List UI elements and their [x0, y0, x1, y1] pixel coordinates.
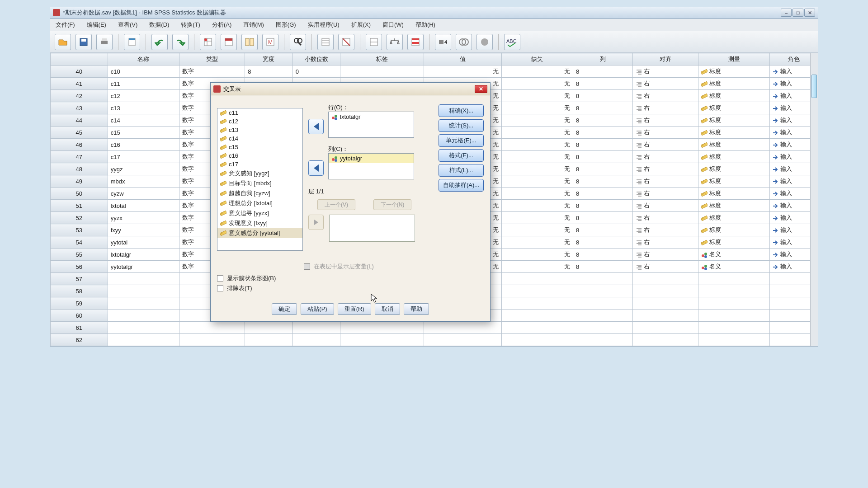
cell-align[interactable]: 右 — [632, 175, 698, 188]
cell-align[interactable]: 右 — [632, 66, 698, 78]
cell-align[interactable]: 右 — [632, 163, 698, 175]
cell-columns[interactable]: 8 — [573, 139, 632, 151]
cell-columns[interactable]: 8 — [573, 151, 632, 163]
cell-columns[interactable]: 8 — [573, 102, 632, 114]
print-icon[interactable] — [96, 34, 113, 50]
style-button[interactable]: 样式(L)... — [439, 164, 484, 177]
row-header[interactable]: 60 — [51, 310, 108, 322]
redo-icon[interactable] — [172, 34, 189, 50]
cell-align[interactable]: 右 — [632, 249, 698, 261]
cell-columns[interactable]: 8 — [573, 78, 632, 90]
source-var-item[interactable]: 理想总分 [lxtotal] — [217, 198, 302, 208]
cell-empty[interactable] — [424, 334, 502, 346]
col-columns[interactable]: 列 — [573, 53, 632, 66]
cell-columns[interactable]: 8 — [573, 163, 632, 175]
dialog-close-button[interactable]: ✕ — [475, 85, 487, 93]
cells-button[interactable]: 单元格(E)... — [439, 134, 484, 147]
cell-missing[interactable]: 无 — [501, 175, 573, 188]
menu-data[interactable]: 数据(D) — [147, 20, 171, 30]
cell-name[interactable]: c16 — [108, 139, 179, 151]
cell-columns[interactable]: 8 — [573, 236, 632, 249]
cell-measure[interactable]: 标度 — [698, 102, 770, 114]
row-header[interactable]: 44 — [51, 114, 108, 127]
col-type[interactable]: 类型 — [179, 53, 245, 66]
cell-measure[interactable]: 名义 — [698, 261, 770, 273]
row-header[interactable]: 51 — [51, 200, 108, 212]
insert-cases-icon[interactable] — [317, 34, 334, 50]
cell-empty[interactable] — [573, 297, 632, 310]
cell-missing[interactable]: 无 — [501, 224, 573, 236]
split-file-icon[interactable] — [366, 34, 382, 50]
source-var-item[interactable]: c14 — [217, 134, 302, 143]
row-header[interactable]: 45 — [51, 127, 108, 139]
cell-empty[interactable] — [698, 273, 770, 285]
vertical-scrollbar[interactable] — [810, 53, 818, 346]
cell-empty[interactable] — [632, 297, 698, 310]
cell-columns[interactable]: 8 — [573, 249, 632, 261]
cell-name[interactable] — [108, 322, 179, 334]
move-to-columns-button[interactable] — [308, 160, 324, 176]
menu-extensions[interactable]: 扩展(X) — [349, 20, 373, 30]
reset-button[interactable]: 重置(R) — [338, 303, 371, 315]
source-var-item[interactable]: 意义感知 [yygz] — [217, 169, 302, 178]
cell-empty[interactable] — [340, 322, 424, 334]
col-align[interactable]: 对齐 — [632, 53, 698, 66]
row-header[interactable]: 61 — [51, 322, 108, 334]
cell-empty[interactable] — [179, 334, 245, 346]
cell-measure[interactable]: 名义 — [698, 249, 770, 261]
cell-missing[interactable]: 无 — [501, 261, 573, 273]
cell-measure[interactable]: 标度 — [698, 114, 770, 127]
cell-measure[interactable]: 标度 — [698, 175, 770, 188]
format-button[interactable]: 格式(F)... — [439, 149, 484, 162]
cell-empty[interactable] — [632, 334, 698, 346]
row-header[interactable]: 41 — [51, 78, 108, 90]
cell-align[interactable]: 右 — [632, 78, 698, 90]
cell-name[interactable]: c11 — [108, 78, 179, 90]
cell-name[interactable]: c14 — [108, 114, 179, 127]
cell-align[interactable]: 右 — [632, 102, 698, 114]
cell-columns[interactable]: 8 — [573, 261, 632, 273]
menu-graphs[interactable]: 图形(G) — [274, 20, 298, 30]
move-to-rows-button[interactable] — [308, 119, 324, 134]
cell-name[interactable] — [108, 297, 179, 310]
layer-next-button[interactable]: 下一个(N) — [373, 199, 411, 210]
value-labels-icon[interactable]: 4 — [435, 34, 451, 50]
row-header[interactable]: 43 — [51, 102, 108, 114]
cell-align[interactable]: 右 — [632, 224, 698, 236]
menu-transform[interactable]: 转换(T) — [179, 20, 202, 30]
cell-empty[interactable] — [501, 285, 573, 297]
cell-empty[interactable] — [632, 273, 698, 285]
minimize-button[interactable]: – — [781, 9, 792, 17]
cell-name[interactable]: c17 — [108, 151, 179, 163]
weight-cases-icon[interactable] — [387, 34, 403, 50]
cell-empty[interactable] — [501, 334, 573, 346]
row-header[interactable]: 52 — [51, 212, 108, 224]
cell-measure[interactable]: 标度 — [698, 78, 770, 90]
variables-icon[interactable] — [241, 34, 258, 50]
cell-name[interactable]: c12 — [108, 90, 179, 102]
row-header[interactable]: 47 — [51, 151, 108, 163]
menu-help[interactable]: 帮助(H) — [414, 20, 437, 30]
cell-columns[interactable]: 8 — [573, 90, 632, 102]
exact-button[interactable]: 精确(X)... — [439, 104, 484, 117]
save-icon[interactable] — [75, 34, 92, 50]
cell-missing[interactable]: 无 — [501, 151, 573, 163]
source-var-item[interactable]: 意义追寻 [yyzx] — [217, 208, 302, 218]
layer-prev-button[interactable]: 上一个(V) — [317, 199, 355, 210]
col-missing[interactable]: 缺失 — [501, 53, 573, 66]
cell-columns[interactable]: 8 — [573, 175, 632, 188]
cell-missing[interactable]: 无 — [501, 66, 573, 78]
goto-var-icon[interactable] — [221, 34, 237, 50]
cell-empty[interactable] — [632, 322, 698, 334]
cell-missing[interactable]: 无 — [501, 139, 573, 151]
row-header[interactable]: 50 — [51, 188, 108, 200]
cell-measure[interactable]: 标度 — [698, 127, 770, 139]
spellcheck-icon[interactable]: ABC — [504, 34, 520, 50]
source-var-item[interactable]: c12 — [217, 117, 302, 126]
row-header[interactable]: 59 — [51, 297, 108, 310]
cell-empty[interactable] — [501, 322, 573, 334]
menu-edit[interactable]: 编辑(E) — [85, 20, 108, 30]
source-var-item[interactable]: 目标导向 [mbdx] — [217, 178, 302, 188]
cell-empty[interactable] — [292, 322, 340, 334]
cell-empty[interactable] — [698, 297, 770, 310]
